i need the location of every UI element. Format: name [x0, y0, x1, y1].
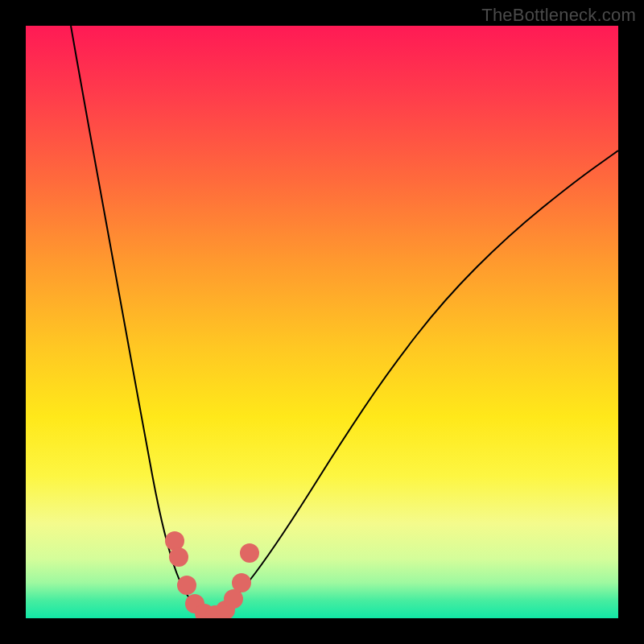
curve-left-branch	[71, 26, 195, 605]
chart-svg	[26, 26, 618, 618]
watermark-text: TheBottleneck.com	[481, 5, 636, 26]
highlight-marker	[232, 573, 251, 592]
highlight-marker	[177, 576, 196, 595]
highlight-marker	[169, 547, 188, 567]
chart-frame: TheBottleneck.com	[0, 0, 644, 644]
highlight-marker	[240, 543, 259, 563]
highlight-markers	[165, 531, 259, 618]
chart-plot-area	[26, 26, 618, 618]
curve-right-branch	[227, 151, 618, 605]
highlight-marker	[165, 531, 184, 551]
